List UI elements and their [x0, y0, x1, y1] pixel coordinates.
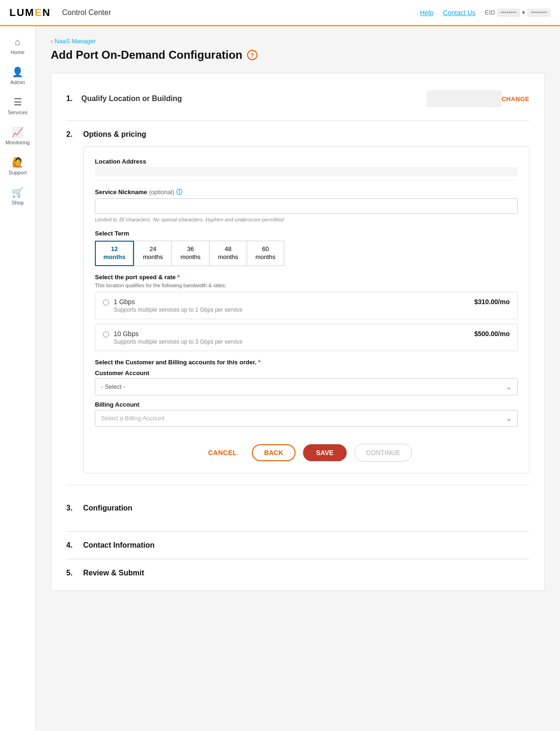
sidebar: ⌂ Home 👤 Admin ☰ Services 📈 Monitoring 🙋… — [0, 26, 36, 731]
services-icon: ☰ — [14, 96, 22, 108]
support-icon: 🙋 — [12, 157, 23, 168]
step3-num: 3. — [66, 504, 78, 512]
sidebar-item-support[interactable]: 🙋 Support — [0, 151, 35, 181]
speed-1gbps-price: $310.00/mo — [474, 298, 510, 306]
location-address-label: Location Address — [95, 158, 518, 165]
back-button[interactable]: BACK — [252, 444, 295, 461]
step2-section: 2. Options & pricing Location Address — [66, 130, 529, 473]
select-term-label: Select Term — [95, 230, 518, 237]
main-card: 1. Qualify Location or Building CHANGE 2… — [51, 73, 545, 591]
step5-num: 5. — [66, 569, 78, 577]
sidebar-item-label: Shop — [12, 200, 24, 205]
billing-account-value: Select a Billing Account — [101, 415, 164, 422]
eid-section: EID •••••••• ▾ •••••••• — [485, 8, 551, 17]
step2-label: Options & pricing — [83, 130, 529, 139]
customer-account-section: Customer Account - Select - ⌄ — [95, 369, 518, 395]
page-title: Add Port On-Demand Configuration ? — [51, 48, 545, 62]
home-icon: ⌂ — [15, 37, 20, 47]
help-link[interactable]: Help — [420, 9, 434, 16]
main-content: ‹ NaaS Manager Add Port On-Demand Config… — [36, 26, 560, 731]
step4-section: 4. Contact Information — [66, 541, 529, 550]
customer-account-select[interactable]: - Select - ⌄ — [95, 378, 518, 395]
help-icon[interactable]: ? — [247, 50, 257, 60]
sidebar-item-label: Admin — [10, 79, 25, 85]
service-nickname-input[interactable] — [95, 198, 518, 214]
speed-10gbps-radio[interactable] — [103, 331, 109, 338]
port-speed-field: Select the port speed & rate * This loca… — [95, 274, 518, 351]
speed-1gbps-desc: Supports multiple services up to 1 Gbps … — [114, 307, 470, 313]
port-speed-required: * — [178, 274, 180, 281]
chevron-down-icon: ⌄ — [506, 415, 512, 422]
accounts-field: Select the Customer and Billing accounts… — [95, 359, 518, 427]
step3-label: Configuration — [83, 504, 132, 512]
step5-section: 5. Review & Submit — [66, 569, 529, 577]
sidebar-item-label: Support — [8, 170, 27, 175]
accounts-label: Select the Customer and Billing accounts… — [95, 359, 518, 366]
top-nav: LUMEN Control Center Help Contact Us EID… — [0, 0, 560, 26]
continue-button[interactable]: CONTINUE — [354, 444, 412, 462]
billing-account-select[interactable]: Select a Billing Account ⌄ — [95, 410, 518, 427]
select-term-field: Select Term 12months 24months 36months 4… — [95, 230, 518, 266]
layout: ⌂ Home 👤 Admin ☰ Services 📈 Monitoring 🙋… — [0, 26, 560, 731]
sidebar-item-admin[interactable]: 👤 Admin — [0, 61, 35, 91]
term-60-button[interactable]: 60months — [247, 241, 284, 266]
term-selector: 12months 24months 36months 48months 60mo… — [95, 241, 518, 266]
term-24-button[interactable]: 24months — [134, 241, 171, 266]
change-button[interactable]: CHANGE — [502, 95, 529, 102]
eid-value: •••••••• — [497, 8, 521, 17]
service-nickname-label: Service Nickname (optional) ⓘ — [95, 188, 518, 197]
monitoring-icon: 📈 — [12, 126, 23, 138]
port-speed-hint: This location qualifies for the followin… — [95, 283, 518, 288]
nav-title: Control Center — [62, 8, 420, 17]
step2-num: 2. — [66, 130, 78, 139]
cancel-button[interactable]: CANCEL — [201, 445, 244, 460]
sidebar-item-label: Home — [11, 49, 24, 55]
sidebar-item-label: Services — [8, 110, 27, 115]
save-button[interactable]: SAVE — [303, 444, 347, 461]
service-nickname-field: Service Nickname (optional) ⓘ Limited to… — [95, 188, 518, 222]
location-address-field: Location Address — [95, 158, 518, 181]
breadcrumb[interactable]: ‹ NaaS Manager — [51, 38, 545, 45]
action-row: CANCEL BACK SAVE CONTINUE — [95, 434, 518, 462]
step4-label: Contact Information — [83, 541, 155, 550]
service-nickname-hint: Limited to 35 characters. No special cha… — [95, 217, 518, 222]
customer-account-value: - Select - — [101, 383, 125, 390]
step1-label: Qualify Location or Building — [81, 94, 182, 103]
speed-10gbps-desc: Supports multiple services up to 3 Gbps … — [114, 338, 470, 345]
location-address-value — [95, 167, 518, 176]
speed-1gbps-name: 1 Gbps — [114, 298, 470, 306]
step5-label: Review & Submit — [83, 569, 144, 577]
speed-10gbps-row: 10 Gbps Supports multiple services up to… — [95, 324, 518, 351]
speed-10gbps-price: $500.00/mo — [474, 330, 510, 338]
nav-links: Help Contact Us EID •••••••• ▾ •••••••• — [420, 8, 551, 17]
sidebar-item-services[interactable]: ☰ Services — [0, 91, 35, 121]
step1-section: 1. Qualify Location or Building CHANGE — [66, 86, 529, 111]
shop-icon: 🛒 — [12, 187, 23, 198]
step3-section: 3. Configuration — [66, 495, 529, 522]
sidebar-item-shop[interactable]: 🛒 Shop — [0, 181, 35, 211]
page-title-text: Add Port On-Demand Configuration — [51, 48, 242, 62]
step4-num: 4. — [66, 541, 78, 550]
chevron-down-icon[interactable]: ▾ — [522, 9, 525, 16]
contact-link[interactable]: Contact Us — [443, 9, 475, 16]
step1-num: 1. — [66, 94, 78, 103]
admin-icon: 👤 — [12, 66, 23, 78]
term-36-button[interactable]: 36months — [171, 241, 209, 266]
billing-account-section: Billing Account Select a Billing Account… — [95, 401, 518, 427]
term-48-button[interactable]: 48months — [209, 241, 247, 266]
chevron-down-icon: ⌄ — [506, 383, 512, 391]
sidebar-item-home[interactable]: ⌂ Home — [0, 31, 35, 61]
eid-label: EID — [485, 9, 495, 16]
term-12-button[interactable]: 12months — [95, 241, 134, 266]
billing-account-label: Billing Account — [95, 401, 518, 408]
breadcrumb-arrow: ‹ — [51, 38, 53, 45]
qualify-address-placeholder — [427, 90, 502, 107]
speed-1gbps-row: 1 Gbps Supports multiple services up to … — [95, 292, 518, 319]
options-inner: Location Address Service Nickname (optio… — [83, 146, 529, 473]
info-icon[interactable]: ⓘ — [176, 189, 182, 196]
logo: LUMEN — [9, 7, 51, 19]
speed-1gbps-radio[interactable] — [103, 299, 109, 306]
breadcrumb-label[interactable]: NaaS Manager — [54, 38, 95, 45]
sidebar-item-monitoring[interactable]: 📈 Monitoring — [0, 121, 35, 151]
customer-account-label: Customer Account — [95, 369, 518, 377]
